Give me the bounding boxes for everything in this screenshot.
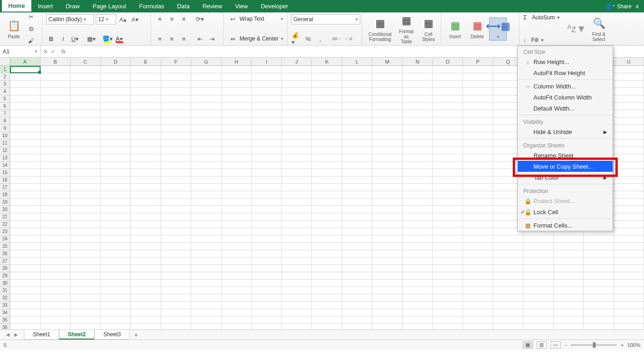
cell[interactable] (282, 88, 312, 95)
cell[interactable] (282, 191, 312, 199)
ribbon-tab-data[interactable]: Data (170, 0, 196, 12)
cell[interactable] (372, 272, 403, 280)
cell[interactable] (70, 154, 101, 162)
cell[interactable] (584, 272, 614, 280)
cell[interactable] (131, 132, 161, 140)
cell[interactable] (433, 280, 463, 287)
page-layout-view-button[interactable]: ▥ (537, 341, 547, 349)
cell[interactable] (161, 221, 192, 228)
cell[interactable] (41, 280, 71, 287)
cell[interactable] (10, 191, 41, 199)
paste-button[interactable]: 📋 Paste (4, 18, 24, 40)
cell[interactable] (372, 324, 403, 329)
delete-cells-button[interactable]: ▦Delete (467, 18, 487, 40)
cell[interactable] (161, 66, 192, 73)
cell[interactable] (161, 228, 192, 235)
cell[interactable] (70, 221, 101, 228)
cell[interactable] (342, 88, 373, 95)
merge-center-button[interactable]: ⇔ Merge & Center ▾ (228, 34, 283, 43)
cell[interactable] (554, 316, 584, 324)
cell[interactable] (10, 272, 41, 280)
cell[interactable] (101, 125, 131, 132)
cell[interactable] (614, 265, 644, 272)
cell[interactable] (191, 73, 222, 81)
cell[interactable] (282, 287, 312, 294)
cell[interactable] (41, 235, 71, 243)
cell[interactable] (191, 309, 222, 316)
cell[interactable] (252, 140, 282, 147)
cell[interactable] (614, 66, 644, 73)
cell[interactable] (342, 66, 373, 73)
cell[interactable] (41, 95, 71, 103)
cell[interactable] (131, 199, 161, 206)
cell[interactable] (191, 206, 222, 213)
cell[interactable] (312, 265, 342, 272)
cell[interactable] (191, 95, 222, 103)
cell[interactable] (131, 324, 161, 329)
cell[interactable] (10, 294, 41, 302)
cell[interactable] (222, 235, 252, 243)
cell[interactable] (614, 206, 644, 213)
share-button[interactable]: 👤⁺ Share (605, 3, 632, 10)
cell[interactable] (101, 294, 131, 302)
cell[interactable] (403, 309, 433, 316)
cell[interactable] (101, 316, 131, 324)
cell[interactable] (161, 324, 192, 329)
cell[interactable] (433, 191, 463, 199)
cell[interactable] (282, 302, 312, 309)
cell[interactable] (101, 117, 131, 125)
cell[interactable] (191, 154, 222, 162)
column-header[interactable]: B (41, 58, 71, 66)
cell[interactable] (463, 272, 493, 280)
cell[interactable] (70, 73, 101, 81)
cell[interactable] (222, 110, 252, 117)
currency-icon[interactable]: 💰▾ (291, 34, 301, 43)
cell[interactable] (312, 140, 342, 147)
row-header[interactable]: 4 (0, 88, 10, 95)
cell[interactable] (131, 103, 161, 110)
menu-hide-unhide[interactable]: Hide & Unhide▶ (518, 126, 613, 137)
cell[interactable] (584, 280, 614, 287)
cell[interactable] (614, 95, 644, 103)
cell[interactable] (614, 103, 644, 110)
cell[interactable] (403, 154, 433, 162)
cell[interactable] (554, 243, 584, 250)
cell[interactable] (282, 250, 312, 258)
cell[interactable] (252, 213, 282, 221)
ribbon-tab-insert[interactable]: Insert (31, 0, 59, 12)
cell[interactable] (403, 147, 433, 154)
cell[interactable] (342, 294, 373, 302)
row-header[interactable]: 22 (0, 221, 10, 228)
cell[interactable] (41, 221, 71, 228)
row-header[interactable]: 3 (0, 81, 10, 88)
cell[interactable] (161, 258, 192, 265)
cell[interactable] (41, 199, 71, 206)
cell[interactable] (614, 154, 644, 162)
cell[interactable] (191, 132, 222, 140)
column-header[interactable]: C (70, 58, 101, 66)
cell[interactable] (342, 199, 373, 206)
format-cells-dropdown-button[interactable]: ⟷▦▾ (489, 18, 507, 41)
column-header[interactable]: K (312, 58, 342, 66)
cell[interactable] (191, 324, 222, 329)
cell[interactable] (161, 176, 192, 184)
cell[interactable] (614, 221, 644, 228)
cell[interactable] (101, 184, 131, 191)
cell[interactable] (191, 176, 222, 184)
cell[interactable] (342, 184, 373, 191)
cell[interactable] (554, 250, 584, 258)
cell[interactable] (312, 287, 342, 294)
cell[interactable] (493, 272, 524, 280)
cell[interactable] (252, 228, 282, 235)
cell[interactable] (222, 176, 252, 184)
cell[interactable] (252, 176, 282, 184)
cell[interactable] (222, 88, 252, 95)
cell[interactable] (403, 324, 433, 329)
cell[interactable] (101, 250, 131, 258)
cell[interactable] (131, 213, 161, 221)
cell[interactable] (554, 280, 584, 287)
cell[interactable] (222, 280, 252, 287)
cell[interactable] (433, 88, 463, 95)
cell[interactable] (161, 154, 192, 162)
cell[interactable] (614, 88, 644, 95)
